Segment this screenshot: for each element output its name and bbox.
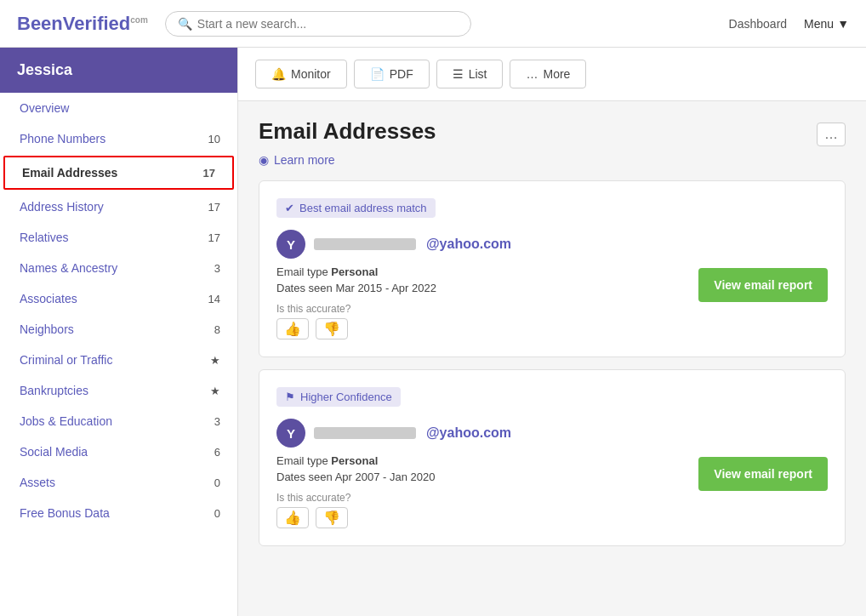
sidebar-item-label: Jobs & Education: [20, 414, 112, 428]
sidebar-item-label: Criminal or Traffic: [20, 353, 112, 367]
sidebar-item-badge: 0: [214, 476, 220, 489]
pdf-icon: 📄: [370, 67, 385, 81]
sidebar-item-badge: 8: [214, 323, 220, 336]
section-more-button[interactable]: …: [817, 123, 846, 146]
email-domain-2: @yahoo.com: [426, 425, 511, 441]
sidebar-item-associates[interactable]: Associates 14: [0, 283, 237, 314]
content-area: 🔔 Monitor 📄 PDF ☰ List … More Email Addr…: [238, 48, 866, 616]
monitor-button[interactable]: 🔔 Monitor: [255, 60, 347, 88]
email-blurred-1: [314, 238, 416, 250]
checkmark-icon: ✔: [285, 202, 294, 214]
main-layout: Jessica Overview Phone Numbers 10 Email …: [0, 48, 866, 616]
sidebar-item-neighbors[interactable]: Neighbors 8: [0, 314, 237, 345]
sidebar-item-email-addresses[interactable]: Email Addresses 17: [3, 156, 234, 190]
bell-icon: 🔔: [271, 67, 286, 81]
thumbs-down-2[interactable]: 👎: [316, 507, 348, 528]
thumbs-up-1[interactable]: 👍: [276, 318, 309, 339]
sidebar-item-phone-numbers[interactable]: Phone Numbers 10: [0, 123, 237, 154]
sidebar-item-badge: 6: [214, 446, 220, 459]
view-report-button-1[interactable]: View email report: [698, 268, 828, 302]
sidebar-item-address-history[interactable]: Address History 17: [0, 191, 237, 222]
sidebar-item-badge: ★: [210, 354, 220, 367]
sidebar-item-badge: 17: [208, 231, 220, 244]
higher-confidence-badge: ⚑ Higher Confidence: [276, 387, 401, 407]
email-dates-2: Dates seen Apr 2007 - Jan 2020: [276, 471, 698, 483]
sidebar-item-badge: 10: [208, 133, 220, 145]
sidebar-item-badge: 14: [208, 293, 220, 305]
best-match-badge: ✔ Best email address match: [276, 198, 436, 218]
sidebar-item-assets[interactable]: Assets 0: [0, 467, 237, 498]
logo-com: com: [130, 14, 148, 24]
sidebar-item-free-bonus-data[interactable]: Free Bonus Data 0: [0, 498, 237, 528]
monitor-label: Monitor: [291, 67, 331, 81]
menu-button[interactable]: Menu ▼: [804, 17, 849, 31]
dashboard-link[interactable]: Dashboard: [729, 17, 788, 31]
pdf-button[interactable]: 📄 PDF: [354, 60, 430, 88]
sidebar-item-badge: 0: [214, 507, 220, 520]
logo: BeenVerifiedcom: [17, 13, 148, 35]
sidebar-item-bankruptcies[interactable]: Bankruptcies ★: [0, 375, 237, 406]
sidebar-item-overview[interactable]: Overview: [0, 93, 237, 123]
badge-label: Best email address match: [299, 202, 427, 214]
email-address-row-2: Y @yahoo.com: [276, 419, 698, 448]
email-card-1: ✔ Best email address match Y @yahoo.com …: [259, 180, 846, 357]
sidebar-item-label: Address History: [20, 200, 104, 214]
more-button[interactable]: … More: [510, 60, 586, 88]
accuracy-1: Is this accurate? 👍 👎: [276, 303, 698, 339]
learn-more-link[interactable]: ◉ Learn more: [259, 153, 846, 167]
email-type-1: Email type Personal: [276, 265, 698, 278]
bookmark-icon: ⚑: [285, 391, 295, 403]
sidebar-item-badge: ★: [210, 385, 220, 397]
header-nav: Dashboard Menu ▼: [729, 17, 849, 31]
email-address-row-1: Y @yahoo.com: [276, 230, 698, 259]
header: BeenVerifiedcom 🔍 Dashboard Menu ▼: [0, 0, 866, 48]
accuracy-label-2: Is this accurate?: [276, 492, 698, 504]
accuracy-2: Is this accurate? 👍 👎: [276, 492, 698, 528]
badge-label: Higher Confidence: [300, 391, 392, 403]
email-row-1: Y @yahoo.com Email type Personal Dates s…: [276, 230, 828, 339]
ellipsis-icon: …: [526, 67, 538, 81]
learn-more-label: Learn more: [274, 153, 335, 167]
chevron-down-icon: ▼: [837, 17, 849, 31]
email-domain-1: @yahoo.com: [426, 237, 511, 252]
sidebar-item-names-ancestry[interactable]: Names & Ancestry 3: [0, 253, 237, 283]
pdf-label: PDF: [390, 67, 413, 81]
search-input[interactable]: [197, 17, 459, 31]
thumbs-2: 👍 👎: [276, 507, 698, 528]
sidebar-item-social-media[interactable]: Social Media 6: [0, 436, 237, 467]
list-button[interactable]: ☰ List: [436, 60, 504, 88]
email-blurred-2: [314, 427, 416, 439]
thumbs-1: 👍 👎: [276, 318, 698, 339]
sidebar-item-label: Assets: [20, 476, 55, 489]
email-type-2: Email type Personal: [276, 454, 698, 467]
view-report-button-2[interactable]: View email report: [698, 457, 828, 491]
thumbs-up-2[interactable]: 👍: [276, 507, 309, 528]
sidebar-item-label: Social Media: [20, 445, 88, 459]
accuracy-label-1: Is this accurate?: [276, 303, 698, 315]
search-icon: 🔍: [178, 17, 192, 31]
sidebar-item-label: Email Addresses: [22, 166, 117, 180]
sidebar-item-label: Relatives: [20, 231, 69, 244]
sidebar-item-badge: 3: [214, 262, 220, 275]
sidebar-item-label: Neighbors: [20, 322, 74, 336]
sidebar-item-jobs-education[interactable]: Jobs & Education 3: [0, 406, 237, 436]
email-info-1: Y @yahoo.com Email type Personal Dates s…: [276, 230, 698, 339]
email-card-2: ⚑ Higher Confidence Y @yahoo.com Email t…: [259, 369, 846, 546]
list-icon: ☰: [453, 67, 464, 81]
avatar-2: Y: [276, 419, 305, 448]
search-bar[interactable]: 🔍: [165, 11, 471, 37]
shield-check-icon: ◉: [259, 153, 269, 167]
sidebar-item-criminal-traffic[interactable]: Criminal or Traffic ★: [0, 345, 237, 375]
email-section: Email Addresses … ◉ Learn more ✔ Best em…: [238, 101, 866, 575]
email-row-2: Y @yahoo.com Email type Personal Dates s…: [276, 419, 828, 528]
sidebar-item-label: Phone Numbers: [20, 132, 105, 145]
section-title: Email Addresses: [259, 118, 436, 145]
sidebar-item-label: Free Bonus Data: [20, 506, 110, 520]
sidebar-item-label: Names & Ancestry: [20, 261, 117, 275]
email-dates-1: Dates seen Mar 2015 - Apr 2022: [276, 282, 698, 294]
thumbs-down-1[interactable]: 👎: [316, 318, 348, 339]
avatar-1: Y: [276, 230, 305, 259]
more-label: More: [543, 67, 570, 81]
sidebar-item-relatives[interactable]: Relatives 17: [0, 222, 237, 253]
sidebar-item-badge: 17: [203, 167, 215, 180]
